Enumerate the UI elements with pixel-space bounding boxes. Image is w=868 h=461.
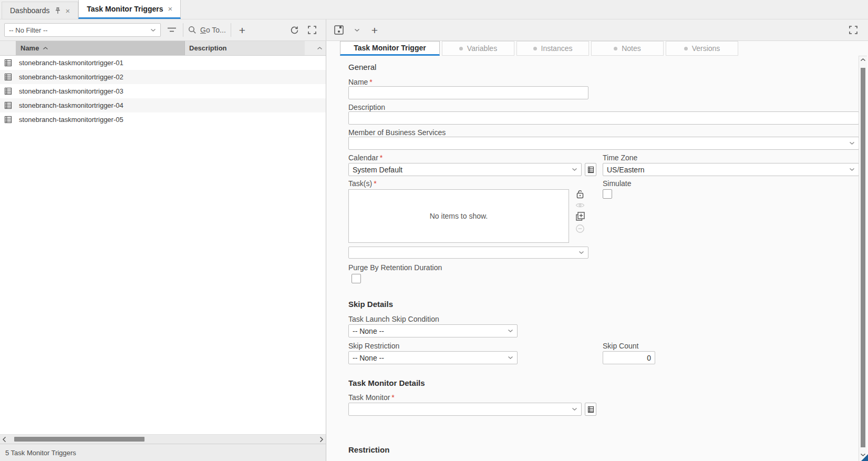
chevron-down-icon xyxy=(572,407,577,411)
skip-count-label: Skip Count xyxy=(603,342,638,350)
tab-dashboards-label: Dashboards xyxy=(10,6,50,15)
new-record-button[interactable]: + xyxy=(236,24,249,36)
trigger-record-icon xyxy=(0,116,16,124)
calendar-value: System Default xyxy=(353,166,402,174)
description-column-label: Description xyxy=(189,44,227,52)
tab-versions[interactable]: Versions xyxy=(666,41,738,56)
remove-tasks-icon[interactable] xyxy=(575,224,585,233)
simulate-checkbox[interactable] xyxy=(603,189,612,199)
tasks-listbox[interactable]: No items to show. xyxy=(348,189,569,243)
horizontal-scroll-thumb[interactable] xyxy=(14,437,144,442)
calendar-select[interactable]: System Default xyxy=(348,163,582,176)
tab-instances[interactable]: Instances xyxy=(516,41,589,56)
close-icon[interactable]: × xyxy=(168,5,172,13)
description-label: Description xyxy=(348,103,863,111)
table-row[interactable]: stonebranch-taskmonitortrigger-04 xyxy=(0,98,326,112)
tab-dashboards[interactable]: Dashboards × xyxy=(2,2,78,19)
trigger-record-icon xyxy=(0,73,16,81)
skip-restriction-value: -- None -- xyxy=(353,354,384,362)
vertical-scrollbar[interactable] xyxy=(859,56,867,461)
detail-tabs: Task Monitor Trigger Variables Instances… xyxy=(326,41,868,56)
maximize-icon[interactable] xyxy=(306,24,318,36)
purge-checkbox[interactable] xyxy=(352,274,361,283)
list-status-bar: 5 Task Monitor Triggers xyxy=(0,444,326,461)
required-marker: * xyxy=(374,179,376,188)
trigger-form: General Name* Description Member of Busi… xyxy=(348,56,863,461)
table-row[interactable]: stonebranch-taskmonitortrigger-03 xyxy=(0,84,326,98)
filter-icon[interactable] xyxy=(166,24,178,36)
save-button[interactable] xyxy=(333,24,345,36)
chevron-down-icon xyxy=(508,329,513,333)
new-detail-button[interactable]: + xyxy=(368,24,381,36)
task-monitor-select[interactable] xyxy=(348,403,582,416)
simulate-label: Simulate xyxy=(603,179,631,188)
sort-ascending-icon xyxy=(43,46,48,50)
horizontal-scrollbar[interactable] xyxy=(0,434,326,444)
tasks-toolbar xyxy=(575,189,585,243)
timezone-select[interactable]: US/Eastern xyxy=(603,163,859,176)
workspace-tabstrip: Dashboards × Task Monitor Triggers × xyxy=(0,0,868,19)
detail-toolbar: + xyxy=(326,19,868,40)
scroll-right-icon[interactable] xyxy=(319,436,324,443)
goto-button[interactable]: Go To... xyxy=(188,26,226,34)
table-row[interactable]: stonebranch-taskmonitortrigger-02 xyxy=(0,70,326,84)
section-skip-details: Skip Details xyxy=(348,300,863,309)
filter-select-value: -- No Filter -- xyxy=(9,26,48,34)
chevron-down-icon xyxy=(508,356,513,360)
resize-corner-handle[interactable] xyxy=(861,454,868,461)
table-row[interactable]: stonebranch-taskmonitortrigger-05 xyxy=(0,112,326,127)
pin-icon[interactable] xyxy=(55,7,61,14)
chevron-down-icon xyxy=(572,168,577,171)
tab-status-dot-icon xyxy=(684,47,688,50)
required-marker: * xyxy=(369,78,372,86)
description-column-header[interactable]: Description xyxy=(185,41,305,55)
timezone-label: Time Zone xyxy=(603,153,637,162)
tasks-empty-message: No items to show. xyxy=(430,212,488,220)
main-area: Name Description stonebranch-taskmonitor… xyxy=(0,41,868,461)
table-row[interactable]: stonebranch-taskmonitortrigger-01 xyxy=(0,56,326,70)
vertical-scroll-thumb[interactable] xyxy=(861,68,865,447)
calendar-label: Calendar* xyxy=(348,153,383,162)
skip-restriction-select[interactable]: -- None -- xyxy=(348,351,518,364)
description-input[interactable] xyxy=(348,111,859,125)
table-list-icon xyxy=(587,166,594,173)
trigger-name: stonebranch-taskmonitortrigger-02 xyxy=(16,73,123,81)
name-input[interactable] xyxy=(348,86,588,99)
trigger-name: stonebranch-taskmonitortrigger-03 xyxy=(16,87,123,95)
scroll-up-icon[interactable] xyxy=(860,58,866,62)
task-launch-skip-condition-select[interactable]: -- None -- xyxy=(348,324,518,337)
task-monitor-picker-button[interactable] xyxy=(585,403,596,416)
detail-tab-label: Task Monitor Trigger xyxy=(354,44,426,52)
tasks-label: Task(s)* xyxy=(348,179,377,188)
skip-count-input[interactable] xyxy=(603,351,655,364)
add-tasks-icon[interactable] xyxy=(575,211,585,221)
goto-label: Go To... xyxy=(200,26,226,34)
save-options-dropdown[interactable] xyxy=(350,24,363,36)
lock-icon[interactable] xyxy=(575,189,585,199)
scroll-left-icon[interactable] xyxy=(2,436,6,443)
tab-notes[interactable]: Notes xyxy=(591,41,664,56)
business-services-select[interactable] xyxy=(348,137,859,150)
tab-status-dot-icon xyxy=(533,47,537,50)
name-column-header[interactable]: Name xyxy=(16,41,185,55)
filter-select[interactable]: -- No Filter -- xyxy=(4,23,161,37)
trigger-name: stonebranch-taskmonitortrigger-04 xyxy=(16,101,123,109)
list-toolbar: -- No Filter -- Go To... + xyxy=(0,19,326,40)
grid-sorter-corner[interactable] xyxy=(305,41,326,55)
maximize-detail-icon[interactable] xyxy=(847,24,860,36)
eye-icon[interactable] xyxy=(575,202,585,209)
tab-task-monitor-trigger[interactable]: Task Monitor Trigger xyxy=(340,41,440,56)
grid-body: stonebranch-taskmonitortrigger-01 stoneb… xyxy=(0,56,326,434)
grid-header: Name Description xyxy=(0,41,326,56)
tab-task-monitor-triggers[interactable]: Task Monitor Triggers × xyxy=(78,0,181,19)
icon-column-header[interactable] xyxy=(0,41,16,55)
calendar-picker-button[interactable] xyxy=(585,163,596,176)
tab-variables[interactable]: Variables xyxy=(442,41,514,56)
name-label: Name* xyxy=(348,78,863,86)
detail-tab-label: Notes xyxy=(622,44,641,53)
close-icon[interactable]: × xyxy=(66,7,70,15)
tasks-add-select[interactable] xyxy=(348,247,588,259)
required-marker: * xyxy=(391,393,394,402)
required-marker: * xyxy=(380,153,383,162)
refresh-icon[interactable] xyxy=(288,24,301,36)
